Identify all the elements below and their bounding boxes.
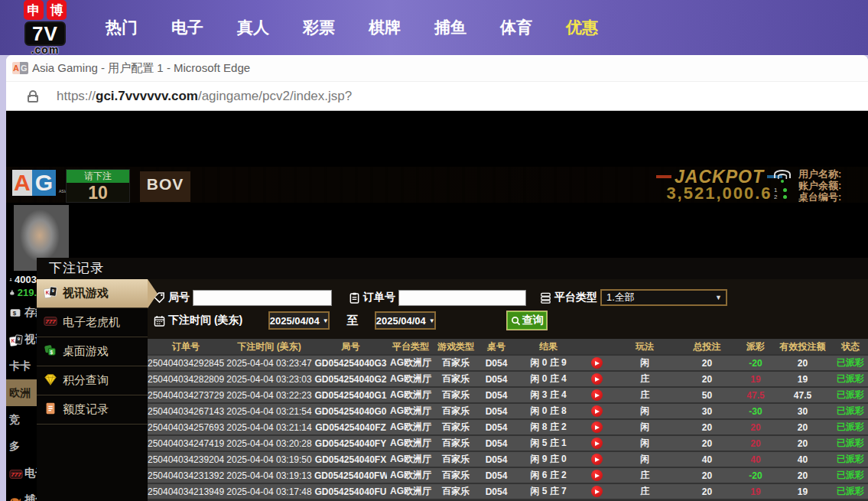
nav-item-2[interactable]: 电子 (171, 17, 203, 38)
nav-item-5[interactable]: 棋牌 (369, 17, 401, 38)
replay-button[interactable] (591, 421, 603, 433)
sidebar-item-3[interactable]: $桌面游戏 (37, 337, 148, 366)
cell: 闲 6 庄 2 (515, 469, 581, 482)
table-row: 2504040342576932025-04-04 03:21:14GD0542… (148, 420, 868, 436)
cell: 250404034213949 (148, 486, 224, 497)
cell: 20 (775, 438, 831, 449)
status-badge: 已派彩 (831, 405, 868, 418)
cell: 250404034273729 (148, 390, 224, 401)
logo-badge-2: 博 (47, 0, 67, 20)
cell: AG欧洲厅 (387, 469, 434, 482)
cell: 2025-04-04 03:20:28 (224, 438, 314, 449)
dialog-title: 下注记录 (37, 258, 868, 279)
platform-select[interactable]: 1.全部▼ (600, 289, 727, 306)
browser-titlebar[interactable]: AG Asia Gaming - 用户配置 1 - Microsoft Edge (6, 55, 868, 81)
cell: AG欧洲厅 (387, 485, 434, 498)
cell: GD054254040FX (314, 454, 387, 465)
cell: 百家乐 (434, 485, 477, 498)
table-header-0: 订单号 (148, 340, 224, 353)
address-bar[interactable]: https://gci.7vvvvvv.com/agingame/pcv2/in… (6, 81, 868, 110)
lobby-rail-item-5[interactable]: 竞 (6, 406, 37, 433)
cell: 百家乐 (434, 356, 477, 369)
nav-item-6[interactable]: 捕鱼 (434, 17, 467, 38)
lobby-rail-item-1[interactable]: $存款 (6, 299, 37, 326)
lobby-rail-item-7[interactable]: 777电子 (6, 460, 37, 486)
cell: AG欧洲厅 (387, 356, 434, 369)
browser-window: AG Asia Gaming - 用户配置 1 - Microsoft Edge… (6, 55, 868, 501)
status-badge: 已派彩 (831, 356, 868, 369)
cell: 250404034267143 (148, 406, 224, 417)
cell: 20 (678, 374, 736, 385)
dice-icon: $ (44, 343, 57, 359)
cell: AG欧洲厅 (387, 453, 434, 466)
status-badge: 已派彩 (831, 453, 868, 466)
dialog-main: 局号 订单号 平台类型 1.全部▼ (148, 279, 868, 501)
url-text[interactable]: https://gci.7vvvvvv.com/agingame/pcv2/in… (57, 89, 352, 104)
replay-button[interactable] (591, 470, 603, 481)
table-header-3: 平台类型 (387, 340, 434, 353)
cell: GD054254040FU (314, 486, 387, 497)
cell: 2025-04-04 03:21:54 (224, 406, 314, 417)
lobby-rail-item-3[interactable]: 卡卡 (6, 353, 37, 379)
replay-button[interactable] (591, 373, 603, 385)
lobby-rail-item-6[interactable]: 多 (6, 433, 37, 460)
cell: -20 (736, 358, 775, 369)
replay-button[interactable] (591, 454, 603, 465)
replay-button[interactable] (591, 389, 603, 401)
cell (581, 389, 612, 401)
nav-item-8[interactable]: 优惠 (566, 17, 598, 38)
slots-icon: 777 (44, 314, 57, 330)
replay-button[interactable] (591, 486, 603, 497)
sidebar-item-2[interactable]: 777电子老虎机 (37, 308, 148, 337)
sidebar-item-5[interactable]: 额度记录 (37, 395, 148, 425)
page-content: AG ASIA GAMING 请下注 10 BOV JACKPOT 3,521,… (6, 110, 868, 501)
date-to-picker[interactable]: 2025/04/04▼ (375, 311, 436, 330)
site-logo[interactable]: 申 博 7V .com (14, 0, 76, 55)
window-title: Asia Gaming - 用户配置 1 - Microsoft Edge (32, 61, 250, 76)
table-sign: BOV (140, 171, 190, 202)
lock-icon[interactable] (28, 90, 38, 102)
nav-item-4[interactable]: 彩票 (303, 17, 335, 38)
filter-panel: 局号 订单号 平台类型 1.全部▼ (148, 279, 868, 333)
search-icon (511, 316, 521, 326)
cell: 50 (678, 390, 736, 401)
status-badge: 已派彩 (831, 389, 868, 402)
cell: 19 (775, 486, 831, 497)
filter-row-2: 下注时间 (美东) 2025/04/04▼ 至 2025/04/04▼ 查询 (154, 308, 868, 333)
cell: 闲 9 庄 0 (515, 453, 581, 466)
cell: 2025-04-04 03:23:47 (224, 358, 314, 369)
status-badge: 已派彩 (831, 437, 868, 450)
nav-item-1[interactable]: 热门 (106, 17, 138, 38)
cell: 2025-04-04 03:19:50 (224, 454, 314, 465)
cell: 250404034231392 (148, 470, 224, 481)
date-from-picker[interactable]: 2025/04/04▼ (268, 311, 330, 330)
table-row: 2504040342474192025-04-04 03:20:28GD0542… (148, 436, 868, 452)
replay-button[interactable] (591, 438, 603, 449)
cell: 40 (678, 454, 736, 465)
cell: AG欧洲厅 (387, 372, 434, 386)
svg-text:$: $ (50, 350, 54, 356)
cell (581, 486, 612, 497)
round-input[interactable] (193, 290, 332, 306)
sidebar-item-1[interactable]: K9视讯游戏 (37, 279, 148, 308)
search-button[interactable]: 查询 (506, 311, 548, 330)
cell: 2025-04-04 03:17:48 (224, 486, 314, 497)
logo-main: 7V (24, 21, 66, 46)
jackpot-panel: JACKPOT 3,521,000.6 (656, 168, 782, 202)
bet-time-label: 下注时间 (美东) (168, 314, 242, 327)
svg-text:777: 777 (11, 471, 21, 478)
lobby-rail-item-4[interactable]: 欧洲 (6, 379, 37, 406)
order-input[interactable] (398, 290, 526, 306)
lobby-rail-item-8[interactable]: 捕鱼 (6, 486, 37, 501)
lobby-rail-item-2[interactable]: K9视讯 (6, 326, 37, 353)
replay-button[interactable] (591, 357, 603, 369)
cards-icon: K9 (44, 285, 57, 301)
nav-item-7[interactable]: 体育 (500, 17, 532, 38)
replay-button[interactable] (591, 405, 603, 417)
sidebar-item-4[interactable]: 积分查询 (37, 366, 148, 395)
cell: 47.5 (775, 390, 831, 401)
cell: 百家乐 (434, 453, 477, 466)
cell: 闲 0 庄 4 (515, 372, 581, 386)
nav-item-3[interactable]: 真人 (237, 17, 269, 38)
cell (581, 357, 612, 369)
